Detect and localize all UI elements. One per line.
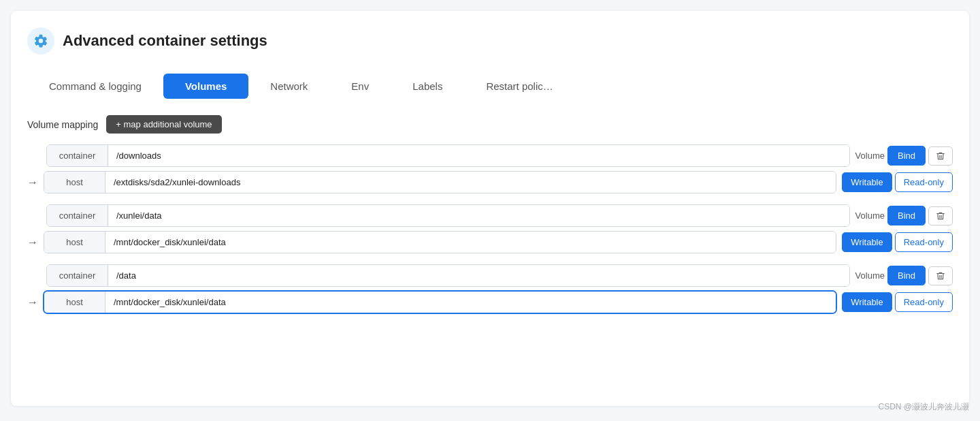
trash-icon-1 [936, 151, 945, 161]
container-input-row-1: container [46, 144, 850, 167]
volume-label-2: Volume [855, 210, 885, 221]
delete-button-3[interactable] [928, 266, 953, 285]
host-path-input-2[interactable] [105, 232, 836, 253]
volume-row-container-2: container Volume Bind [27, 204, 953, 227]
writable-button-1[interactable]: Writable [842, 172, 892, 192]
trash-icon-2 [936, 211, 945, 221]
bind-button-1[interactable]: Bind [887, 146, 926, 166]
writable-button-2[interactable]: Writable [842, 232, 892, 252]
volume-row-host-3: → host Writable Read-only [27, 291, 953, 313]
arrow-icon-1: → [27, 176, 38, 189]
container-input-row-3: container [46, 264, 850, 287]
bind-button-2[interactable]: Bind [887, 206, 926, 225]
gear-icon-circle [27, 27, 54, 54]
page-header: Advanced container settings [27, 27, 953, 54]
tab-command-logging[interactable]: Command & logging [27, 74, 163, 99]
volume-row-host-1: → host Writable Read-only [27, 171, 953, 193]
access-group-2: Writable Read-only [842, 232, 953, 252]
volume-row-container-3: container Volume Bind [27, 264, 953, 287]
host-input-row-2: host [44, 231, 836, 253]
volume-type-group-3: Volume Bind [855, 266, 953, 285]
container-label-2: container [47, 205, 108, 226]
page-title: Advanced container settings [63, 32, 267, 50]
volume-label-3: Volume [855, 270, 885, 281]
tab-network[interactable]: Network [248, 74, 329, 99]
watermark: CSDN @灏波儿奔波儿灏 [878, 401, 969, 413]
container-path-input-1[interactable] [108, 145, 849, 166]
host-path-input-1[interactable] [105, 172, 836, 193]
trash-icon-3 [936, 271, 945, 281]
tab-volumes[interactable]: Volumes [163, 74, 248, 99]
volume-group-3: container Volume Bind [27, 264, 953, 313]
volume-type-group-1: Volume Bind [855, 146, 953, 166]
volume-group-1: container Volume Bind [27, 144, 953, 193]
volume-group-2: container Volume Bind [27, 204, 953, 253]
access-group-1: Writable Read-only [842, 172, 953, 192]
add-volume-button[interactable]: + map additional volume [106, 115, 221, 134]
readonly-button-3[interactable]: Read-only [895, 292, 953, 312]
container-label-1: container [47, 145, 108, 166]
host-label-2: host [44, 232, 105, 253]
volume-type-group-2: Volume Bind [855, 206, 953, 225]
readonly-button-2[interactable]: Read-only [895, 232, 953, 252]
tabs-container: Command & logging Volumes Network Env La… [27, 74, 953, 99]
arrow-icon-3: → [27, 296, 38, 309]
volume-row-host-2: → host Writable Read-only [27, 231, 953, 253]
arrow-icon-2: → [27, 236, 38, 249]
container-path-input-2[interactable] [108, 205, 849, 226]
page-container: Advanced container settings Command & lo… [11, 11, 969, 406]
host-input-row-3: host [44, 291, 836, 313]
host-path-input-3[interactable] [105, 292, 836, 313]
volume-label-1: Volume [855, 151, 885, 161]
tab-restart-policy[interactable]: Restart polic… [464, 74, 574, 99]
container-label-3: container [47, 265, 108, 286]
host-label-1: host [44, 172, 105, 193]
access-group-3: Writable Read-only [842, 292, 953, 312]
writable-button-3[interactable]: Writable [842, 292, 892, 312]
gear-icon [33, 33, 48, 48]
container-input-row-2: container [46, 204, 850, 227]
bind-button-3[interactable]: Bind [887, 266, 926, 285]
delete-button-1[interactable] [928, 146, 953, 166]
container-path-input-3[interactable] [108, 265, 849, 286]
delete-button-2[interactable] [928, 206, 953, 225]
readonly-button-1[interactable]: Read-only [895, 172, 953, 192]
section-header: Volume mapping + map additional volume [27, 115, 953, 134]
volumes-list: container Volume Bind [27, 144, 953, 313]
host-input-row-1: host [44, 171, 836, 193]
tab-labels[interactable]: Labels [391, 74, 464, 99]
volume-row-container-1: container Volume Bind [27, 144, 953, 167]
tab-env[interactable]: Env [329, 74, 391, 99]
host-label-3: host [44, 292, 105, 313]
section-label: Volume mapping [27, 119, 98, 130]
